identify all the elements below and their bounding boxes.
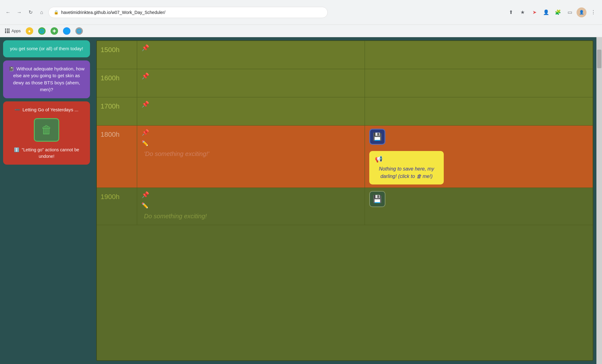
bookmarks-bar: Apps ● 🌐 ✚ 🌐 🌐 bbox=[0, 25, 602, 37]
action-cell-1600 bbox=[365, 69, 593, 97]
time-cell-1600: 1600h bbox=[97, 69, 137, 97]
activity-text-1900: Do something exciting! bbox=[144, 213, 360, 220]
time-label-1900: 1900h bbox=[101, 193, 119, 201]
puzzle-button[interactable]: 🧩 bbox=[553, 7, 563, 17]
save-button-1800[interactable]: 💾 bbox=[369, 129, 385, 145]
table-row: 1600h 📌 bbox=[97, 69, 593, 97]
sidebar: you get some (or all) of them today! 📓 W… bbox=[0, 37, 93, 364]
time-label-1600: 1600h bbox=[101, 74, 119, 82]
trash-icon: 🗑 bbox=[41, 123, 52, 136]
pin-icon-1900[interactable]: 📌 bbox=[142, 191, 360, 198]
activity-cell-1600: 📌 bbox=[137, 69, 365, 97]
pin-icon-1600[interactable]: 📌 bbox=[142, 72, 360, 80]
action-cell-1800: 💾 📢 Nothing to save here, my darling! (c… bbox=[365, 126, 593, 188]
save-icon-1800: 💾 bbox=[373, 132, 382, 141]
activity-cell-1800[interactable]: 📌 ✏️ 'Do something exciting!' bbox=[137, 126, 365, 188]
minus-icon: ➖ bbox=[15, 107, 20, 113]
bookmark-google-drive[interactable]: ● bbox=[26, 27, 33, 35]
table-row: 1500h 📌 bbox=[97, 41, 593, 69]
time-cell-1500: 1500h bbox=[97, 41, 137, 69]
menu-button[interactable]: ⋮ bbox=[588, 7, 598, 17]
sidebar-card-teal: you get some (or all) of them today! bbox=[3, 40, 90, 57]
delete-btn-container: 🗑 bbox=[8, 118, 85, 142]
sidebar-card-red: ➖ Letting Go of Yesterdays ... 🗑 ℹ️ "Let… bbox=[3, 101, 90, 165]
address-bar[interactable]: 🔒 havetimidrinktea.github.io/w07_Work_Da… bbox=[48, 7, 328, 18]
megaphone-icon: 📢 bbox=[375, 155, 438, 163]
bookmark-button[interactable]: ★ bbox=[518, 7, 528, 17]
activity-cell-1900[interactable]: 📌 ✏️ Do something exciting! bbox=[137, 188, 365, 225]
bookmark-globe-blue[interactable]: 🌐 bbox=[63, 27, 70, 35]
time-label-1700: 1700h bbox=[101, 102, 119, 110]
browser-chrome: ← → ↻ ⌂ 🔒 havetimidrinktea.github.io/w07… bbox=[0, 0, 602, 25]
time-label-1800: 1800h bbox=[101, 131, 119, 139]
tooltip-box-1800[interactable]: 📢 Nothing to save here, my darling! (cli… bbox=[369, 151, 444, 184]
time-cell-1900: 1900h bbox=[97, 188, 137, 225]
table-row: 1800h 📌 ✏️ 'Do something exciting!' 💾 📢 … bbox=[97, 126, 593, 188]
save-button-1900[interactable]: 💾 bbox=[369, 191, 385, 207]
activity-text-1800: 'Do something exciting!' bbox=[144, 150, 360, 158]
forward-button[interactable]: → bbox=[15, 8, 24, 17]
scrollbar-track[interactable] bbox=[596, 37, 602, 364]
time-label-1500: 1500h bbox=[101, 46, 119, 54]
card-red-text: Letting Go of Yesterdays ... bbox=[23, 107, 79, 112]
lock-icon: 🔒 bbox=[54, 10, 59, 15]
table-row: 1900h 📌 ✏️ Do something exciting! 💾 bbox=[97, 188, 593, 225]
bookmarks-apps[interactable]: Apps bbox=[5, 29, 21, 33]
pin-icon-1800[interactable]: 📌 bbox=[142, 129, 360, 136]
notebook-icon: 📓 bbox=[9, 66, 14, 72]
action-cell-1700 bbox=[365, 97, 593, 125]
scrollbar-thumb[interactable] bbox=[597, 50, 601, 68]
pencil-icon-1900[interactable]: ✏️ bbox=[142, 202, 360, 209]
extension-red-button[interactable]: ➤ bbox=[529, 7, 539, 17]
window-button[interactable]: ▭ bbox=[565, 7, 575, 17]
info-icon: ℹ️ bbox=[14, 147, 19, 152]
warning-message: "Letting go" actions cannot be undone! bbox=[22, 147, 79, 159]
pin-icon-1700[interactable]: 📌 bbox=[142, 100, 360, 108]
pencil-icon-1800[interactable]: ✏️ bbox=[142, 140, 360, 147]
tooltip-message: Nothing to save here, my darling! (click… bbox=[375, 165, 438, 180]
share-button[interactable]: ⬆ bbox=[506, 7, 516, 17]
account-button[interactable]: 👤 bbox=[541, 7, 551, 17]
bookmark-plus[interactable]: ✚ bbox=[51, 27, 58, 35]
action-cell-1900: 💾 bbox=[365, 188, 593, 225]
time-cell-1700: 1700h bbox=[97, 97, 137, 125]
toolbar-right: ⬆ ★ ➤ 👤 🧩 ▭ 👤 ⋮ bbox=[506, 7, 598, 17]
home-button[interactable]: ⌂ bbox=[37, 8, 46, 17]
pin-icon-1500[interactable]: 📌 bbox=[142, 44, 360, 51]
activity-cell-1700: 📌 bbox=[137, 97, 365, 125]
scheduler-grid: 1500h 📌 1600h 📌 1700h 📌 bbox=[96, 40, 593, 361]
action-cell-1500 bbox=[365, 41, 593, 69]
back-button[interactable]: ← bbox=[4, 8, 12, 17]
time-cell-1800: 1800h bbox=[97, 126, 137, 188]
card-purple-text: Without adequate hydration, how else are… bbox=[13, 66, 84, 92]
apps-label: Apps bbox=[11, 29, 21, 33]
bookmark-globe-green[interactable]: 🌐 bbox=[38, 27, 46, 35]
main-content: you get some (or all) of them today! 📓 W… bbox=[0, 37, 602, 364]
card-teal-text: you get some (or all) of them today! bbox=[10, 46, 83, 51]
delete-button[interactable]: 🗑 bbox=[34, 118, 59, 142]
warning-text: ℹ️ "Letting go" actions cannot be undone… bbox=[8, 147, 85, 160]
reload-button[interactable]: ↻ bbox=[26, 8, 35, 17]
url-text: havetimidrinktea.github.io/w07_Work_Day_… bbox=[61, 10, 165, 15]
profile-avatar[interactable]: 👤 bbox=[577, 7, 586, 17]
sidebar-card-purple: 📓 Without adequate hydration, how else a… bbox=[3, 60, 90, 98]
apps-grid-icon bbox=[5, 29, 10, 33]
activity-cell-1500: 📌 bbox=[137, 41, 365, 69]
table-row: 1700h 📌 bbox=[97, 97, 593, 126]
save-icon-1900: 💾 bbox=[373, 195, 382, 203]
bookmark-globe-gray[interactable]: 🌐 bbox=[75, 27, 83, 35]
